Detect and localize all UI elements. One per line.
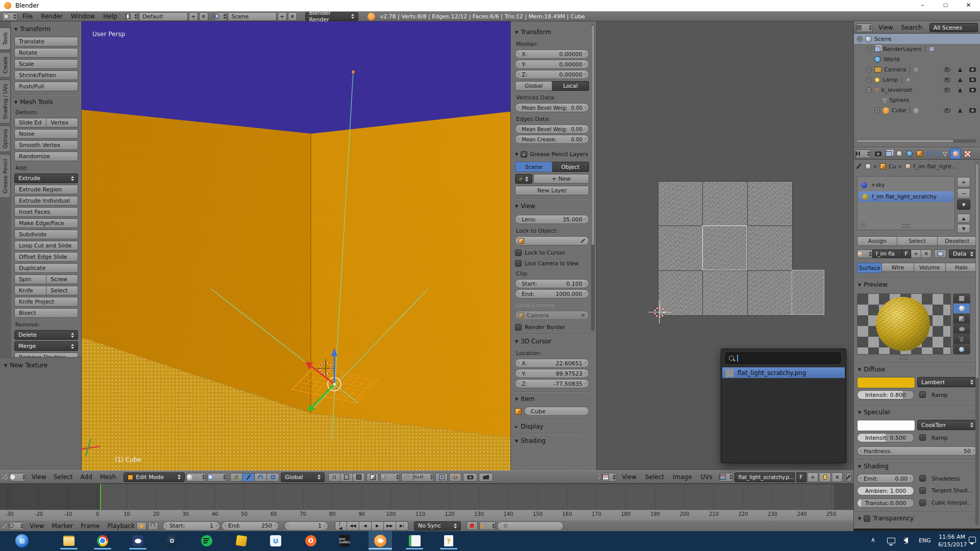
tool-button-knife[interactable]: Knife [14, 286, 46, 295]
selectability-icon[interactable] [958, 78, 962, 82]
item-name-field[interactable]: Cube [524, 407, 589, 416]
uv-menu-uvs[interactable]: UVs [701, 473, 713, 481]
tool-button-deform-1[interactable]: Smooth Vertex [14, 140, 78, 150]
select-mode-edge-button[interactable] [340, 473, 353, 482]
diffuse-ramp-checkbox[interactable] [919, 391, 926, 398]
outliner-row-world[interactable]: World [854, 54, 980, 64]
local-toggle[interactable]: Local [552, 81, 589, 91]
visibility-eye-icon[interactable] [944, 88, 950, 92]
collapse-icon[interactable]: − [866, 87, 872, 93]
expand-icon[interactable]: + [874, 108, 880, 113]
material-link-dropdown[interactable]: Data [949, 249, 977, 258]
tool-button-add-5[interactable]: Loop Cut and Slide [14, 241, 78, 251]
material-fake-user-button[interactable]: F [902, 249, 911, 258]
lock-camera-checkbox[interactable] [515, 260, 522, 267]
uv-menu-select[interactable]: Select [645, 473, 664, 481]
screen-layout-field[interactable]: Default [139, 12, 188, 21]
lock-to-cursor-checkbox[interactable] [515, 249, 522, 256]
median-z-field[interactable]: Z:0.00000 [515, 70, 589, 79]
vp-menu-mesh[interactable]: Mesh [100, 473, 116, 481]
cursor-y-field[interactable]: Y:99.97523 [515, 369, 589, 378]
gp-scene-tab[interactable]: Scene [515, 162, 552, 172]
vertex-bevel-weight-field[interactable]: Mean Bevel Weig:0.00 [515, 103, 589, 112]
minimize-button[interactable]: – [911, 0, 934, 11]
outliner-menu-search[interactable]: Search [901, 24, 922, 31]
tool-button-deform-0[interactable]: Noise [14, 129, 78, 139]
collapse-icon[interactable]: − [857, 36, 863, 42]
render-tab-halo[interactable]: Halo [946, 263, 977, 272]
image-unlink-button[interactable]: ✕ [832, 472, 843, 482]
global-toggle[interactable]: Global [515, 81, 552, 91]
specular-ramp-checkbox[interactable] [919, 434, 926, 441]
active-keying-set-field[interactable] [497, 521, 564, 531]
shadeless-checkbox[interactable] [919, 475, 926, 482]
viewport-shading-dropdown[interactable] [186, 473, 206, 482]
panel-header-specular[interactable]: ▼Specular:::: [858, 409, 976, 416]
gp-object-tab[interactable]: Object [552, 162, 589, 172]
renderability-icon[interactable] [969, 67, 976, 72]
tool-button-screw[interactable]: Screw [46, 274, 78, 284]
sync-dropdown[interactable]: No Sync [414, 521, 461, 531]
selected-uv-face-extra[interactable] [792, 270, 824, 315]
taskbar-notepad[interactable] [408, 534, 421, 547]
tab-texture-icon[interactable] [964, 151, 971, 157]
outliner-row-camera[interactable]: + Camera | [854, 64, 980, 74]
panel-header-diffuse[interactable]: ▼Diffuse:::: [858, 366, 976, 373]
tool-button-deform-2[interactable]: Randomize [14, 152, 78, 161]
manipulator-scale-button[interactable] [267, 473, 279, 482]
uv-menu-view[interactable]: View [622, 473, 636, 481]
panel-header-item[interactable]: ▼Item:::: [515, 395, 589, 403]
vp-menu-select[interactable]: Select [54, 473, 72, 481]
renderability-icon[interactable] [969, 88, 976, 92]
taskbar-spotify[interactable] [200, 534, 213, 547]
edge-crease-field[interactable]: Mean Crease:0.00 [515, 135, 589, 144]
select-mode-face-button[interactable] [353, 473, 365, 482]
tool-button-spin[interactable]: Spin [14, 274, 46, 284]
panel-header-transform[interactable]: ▼Transform:::: [14, 26, 78, 33]
local-camera-field[interactable]: Camera ✕ [515, 311, 589, 320]
preview-cube-button[interactable] [953, 314, 970, 324]
tool-button-add-0[interactable]: Extrude Region [14, 185, 78, 194]
preview-range-icon[interactable] [136, 522, 146, 530]
texture-tile-grid[interactable] [658, 181, 793, 316]
snap-toggle-button[interactable] [401, 473, 413, 482]
hardness-field[interactable]: Hardness:50 [857, 446, 977, 456]
tray-hidden-icons-chevron[interactable]: ∧ [871, 536, 875, 543]
outliner-row-levelroot[interactable]: − ▽ b_levelroot [854, 85, 980, 95]
breadcrumb-material[interactable]: f_im flat_light... [914, 163, 957, 170]
transport-button-1[interactable]: ◀◀ [347, 521, 359, 531]
timeline-resize-corner[interactable] [2, 523, 7, 529]
cursor-z-field[interactable]: Z:-77.50835 [515, 379, 589, 388]
grease-pencil-checkbox[interactable]: ✓ [521, 151, 527, 158]
outliner-editor-type-icon[interactable] [856, 23, 872, 32]
material-name-field[interactable]: f_im fla [872, 249, 902, 258]
pivot-point-dropdown[interactable] [207, 473, 227, 482]
fake-user-button[interactable]: F [796, 472, 806, 482]
transport-button-5[interactable]: ▶| [396, 521, 408, 531]
opengl-render-image-button[interactable] [463, 473, 477, 482]
tool-button-add-1[interactable]: Extrude Individual [14, 196, 78, 206]
outliner-row-scene[interactable]: − Scene [854, 34, 980, 44]
panel-header-preview[interactable]: ▼Preview:::: [858, 281, 976, 288]
selectability-icon[interactable] [958, 67, 962, 72]
uv-menu-image[interactable]: Image [673, 473, 692, 481]
proportional-edit-dropdown[interactable] [380, 473, 400, 482]
delete-dropdown[interactable]: Delete [14, 330, 78, 340]
slot-remove-button[interactable]: − [957, 188, 970, 198]
diffuse-color-swatch[interactable] [857, 377, 915, 388]
tab-mesh-data-icon[interactable]: ▽ [943, 151, 947, 157]
scene-delete-button[interactable]: ✕ [288, 12, 297, 21]
material-slot-selected[interactable]: f_im flat_light_scratchy [859, 191, 953, 202]
preview-hair-button[interactable] [953, 334, 970, 344]
toolshelf-tab-shading-uvs[interactable]: Shading / UVs [0, 80, 11, 123]
mode-dropdown[interactable]: Edit Mode [124, 472, 185, 482]
transport-button-2[interactable]: ◀ [359, 521, 372, 531]
orientation-dropdown[interactable]: Global [281, 472, 325, 482]
render-engine-dropdown[interactable]: Blender Render [305, 12, 358, 21]
scene-add-button[interactable]: + [278, 12, 287, 21]
panel-header-shading-props[interactable]: ▼Shading:::: [858, 463, 976, 470]
translucency-slider[interactable]: Transluc:0.000 [857, 498, 914, 508]
tl-menu-playback[interactable]: Playback [107, 522, 135, 530]
taskbar-uplay[interactable]: U [269, 534, 282, 547]
tool-button-knife-select[interactable]: Select [46, 286, 78, 295]
